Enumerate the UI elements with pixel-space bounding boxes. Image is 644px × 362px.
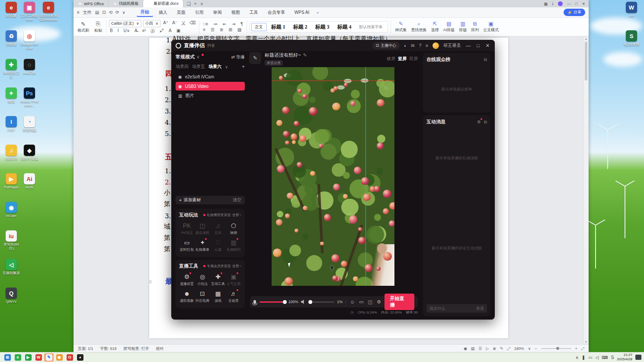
scroll-up-icon[interactable]: ▲: [585, 37, 588, 40]
desktop-icon[interactable]: Q QINYV: [2, 288, 21, 313]
view-tool-icon[interactable]: ▷: [486, 346, 489, 351]
ribbon-tool-button[interactable]: ⌕ 查找替换: [410, 21, 429, 33]
desktop-icon[interactable]: ▣ 江苏工商临 Run: [20, 2, 39, 27]
see-all-link[interactable]: 全部 ›: [232, 213, 241, 217]
feedback-icon[interactable]: ✉: [411, 43, 414, 48]
desktop-icon[interactable]: ◎ Google Chrome: [20, 30, 39, 55]
tray-icon[interactable]: ❚: [582, 355, 585, 360]
desktop-icon[interactable]: Ps Adobe Photosho...: [20, 87, 39, 113]
font-size-select[interactable]: 小四∨: [143, 20, 161, 27]
font-style-icon[interactable]: 🖍: [159, 28, 165, 34]
start-live-button[interactable]: 开始直播: [384, 294, 414, 310]
mode-selector[interactable]: 常规模式: [176, 54, 195, 60]
interactive-feature[interactable]: ▥ 礼物陈列: [226, 239, 241, 252]
font-style-icon[interactable]: ▣: [176, 28, 181, 34]
chat-input[interactable]: 说点什么 发送: [426, 304, 487, 313]
compose-icon[interactable]: ✎: [249, 52, 261, 64]
fullscreen-icon[interactable]: ⤢: [581, 346, 584, 351]
taskbar-app[interactable]: ✎: [44, 353, 54, 362]
paragraph-tool-icon[interactable]: ¶: [240, 22, 244, 26]
desktop-icon[interactable]: ◆ 剪映专业版: [20, 145, 39, 170]
microphone-icon[interactable]: [253, 300, 256, 304]
popout-icon[interactable]: ⧉: [484, 120, 487, 125]
taskbar-app[interactable]: ◕: [75, 353, 85, 362]
ribbon-tool-button[interactable]: ✎ 样式集: [394, 21, 409, 33]
download-icon[interactable]: ⤓: [552, 1, 554, 6]
settings-icon[interactable]: ⚙: [376, 299, 382, 305]
font-tool-icon[interactable]: ⌫: [189, 20, 196, 26]
font-tool-icon[interactable]: A⁻: [171, 20, 178, 26]
document-tab[interactable]: W 最新搭建.docx: [143, 0, 183, 7]
interactive-feature[interactable]: ⬡ 福袋: [226, 222, 241, 235]
wps-user-avatar[interactable]: [558, 1, 563, 6]
desktop-icon[interactable]: ◁ 音频转换器: [2, 259, 21, 284]
ribbon-tab[interactable]: 页面: [173, 9, 189, 16]
ribbon-tab[interactable]: 引用: [191, 9, 208, 16]
paragraph-tool-icon[interactable]: ≡: [202, 27, 206, 32]
font-style-icon[interactable]: A: [168, 28, 173, 34]
chevron-down-icon[interactable]: ∨: [225, 65, 228, 69]
camera-icon[interactable]: ◫: [367, 299, 373, 305]
proofread-button[interactable]: 校对: [156, 346, 164, 352]
tray-icon[interactable]: ▭: [588, 355, 592, 360]
scroll-down-icon[interactable]: ▼: [585, 340, 588, 343]
close-button[interactable]: ✕: [582, 2, 585, 6]
live-tool[interactable]: ⚙ 直播设置: [179, 273, 195, 286]
user-avatar[interactable]: [433, 42, 439, 49]
add-material-button[interactable]: + 添加素材 清空: [176, 196, 245, 204]
search-icon[interactable]: ⌕: [316, 10, 320, 15]
style-preset[interactable]: 标题 1: [268, 23, 289, 32]
minimize-button[interactable]: —: [465, 43, 471, 48]
font-tool-icon[interactable]: A⁺: [162, 20, 169, 26]
desktop-icon[interactable]: ♻ 回收站: [2, 30, 21, 55]
vertical-scrollbar[interactable]: ▲ ▼: [583, 37, 588, 343]
tray-icon[interactable]: ⌨: [602, 355, 608, 360]
comment-icon[interactable]: ❑: [187, 1, 191, 6]
desktop-icon[interactable]: ▶ PotPlayer: [2, 173, 21, 198]
maximize-button[interactable]: □: [476, 43, 481, 48]
help-icon[interactable]: ?: [419, 43, 422, 48]
live-tool[interactable]: ♬ 音效库: [226, 290, 241, 303]
font-style-icon[interactable]: x²: [141, 28, 147, 34]
source-item[interactable]: ◉ USB3 Video: [176, 82, 245, 90]
interactive-feature[interactable]: ▭ 定时红包: [179, 239, 195, 252]
send-button[interactable]: 发送: [476, 306, 484, 311]
desktop-icon[interactable]: ◔ 百度网盘: [20, 116, 39, 141]
taskbar-app[interactable]: ◉: [54, 353, 64, 362]
desktop-icon[interactable]: I ITET: [2, 116, 21, 141]
camera-preview-photo[interactable]: [272, 67, 394, 286]
paragraph-tool-icon[interactable]: ≣: [219, 27, 224, 32]
scene-tab[interactable]: 场景五: [192, 64, 205, 70]
scene-tab[interactable]: 场景四: [176, 64, 189, 70]
paragraph-tool-icon[interactable]: ⇤: [222, 22, 227, 26]
theme-icon[interactable]: ◐: [404, 43, 407, 48]
style-preset[interactable]: 默认段落字体: [356, 23, 386, 31]
font-style-icon[interactable]: U∨: [122, 28, 131, 34]
format-painter-button[interactable]: ✎ 格式刷: [76, 21, 90, 33]
ribbon-tab[interactable]: 视图: [227, 9, 244, 16]
hamburger-icon[interactable]: ≡: [77, 10, 80, 15]
ribbon-tab[interactable]: 插入: [155, 9, 171, 16]
interactive-feature[interactable]: ♫ 音乐: [210, 222, 226, 235]
live-tool[interactable]: ◎ 小玩法: [195, 273, 210, 286]
font-style-icon[interactable]: I: [117, 28, 120, 34]
screen-mode-option[interactable]: 横屏: [387, 56, 395, 62]
notification-center-icon[interactable]: [635, 355, 641, 360]
maximize-button[interactable]: □: [575, 2, 577, 6]
font-tool-icon[interactable]: 乂: [180, 20, 186, 26]
quick-access-icon[interactable]: ⟲: [109, 10, 112, 15]
ribbon-tab[interactable]: WPS AI: [291, 9, 313, 16]
share-button[interactable]: ⚡ 分享: [564, 9, 585, 16]
interactive-feature[interactable]: ♡ 心愿: [210, 239, 226, 252]
tray-icon[interactable]: ∧: [575, 355, 578, 360]
word-count[interactable]: 字数: 619: [100, 346, 117, 352]
taskbar-app[interactable]: O: [65, 353, 74, 362]
paragraph-tool-icon[interactable]: ☰: [210, 27, 215, 32]
scroll-thumb[interactable]: [585, 42, 587, 81]
paste-button[interactable]: ⎘ 粘贴: [93, 20, 103, 33]
chevron-down-icon[interactable]: ∨: [196, 54, 200, 60]
scene-tab[interactable]: 场景六: [208, 64, 221, 70]
live-tool[interactable]: ⊡ 抖音电商: [195, 290, 210, 303]
ribbon-tab[interactable]: 开始: [137, 8, 153, 17]
tray-icon[interactable]: ◁: [596, 355, 599, 360]
